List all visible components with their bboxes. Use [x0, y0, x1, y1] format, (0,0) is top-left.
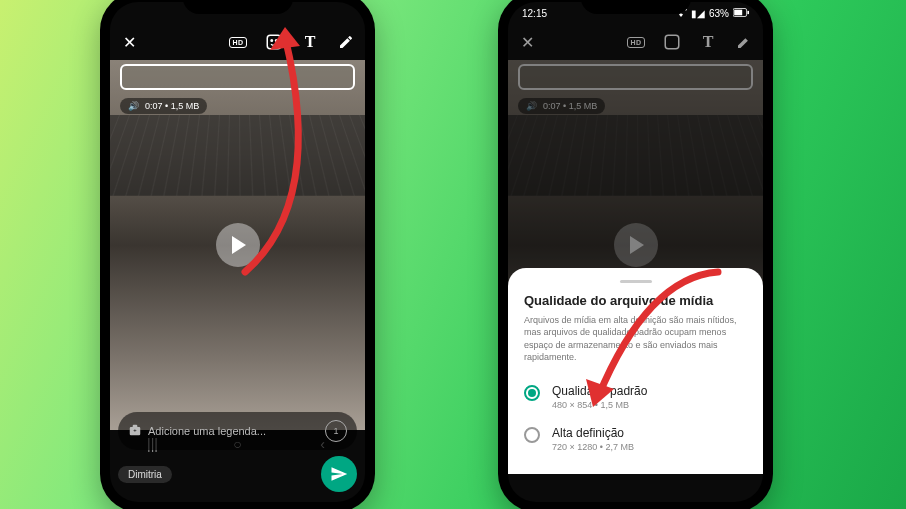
- sticker-icon[interactable]: [263, 31, 285, 53]
- battery-text: 63%: [709, 8, 729, 19]
- sticker-icon[interactable]: [661, 31, 683, 53]
- radio-icon-selected: [524, 385, 540, 401]
- option-sub: 720 × 1280 • 2,7 MB: [552, 442, 634, 452]
- radio-icon: [524, 427, 540, 443]
- caption-input[interactable]: + Adicione uma legenda... 1: [118, 412, 357, 450]
- draw-icon[interactable]: [733, 31, 755, 53]
- send-button[interactable]: [321, 456, 357, 492]
- status-time: 12:15: [522, 8, 547, 19]
- battery-icon: [733, 8, 749, 19]
- sheet-handle[interactable]: [620, 280, 652, 283]
- text-icon[interactable]: T: [697, 31, 719, 53]
- editor-topbar: ✕ HD T: [508, 24, 763, 60]
- phone-notch: [183, 0, 293, 14]
- play-icon: [232, 236, 246, 254]
- add-media-icon[interactable]: +: [128, 423, 142, 439]
- video-meta-text: 0:07 • 1,5 MB: [543, 101, 597, 111]
- svg-point-2: [276, 40, 278, 42]
- option-label: Qualidade padrão: [552, 384, 647, 398]
- video-trim-bar[interactable]: [120, 64, 355, 90]
- svg-text:+: +: [133, 427, 137, 433]
- video-meta-pill: 🔊 0:07 • 1,5 MB: [120, 98, 207, 114]
- quality-option-hd[interactable]: Alta definição 720 × 1280 • 2,7 MB: [524, 418, 747, 460]
- speaker-icon: 🔊: [526, 101, 537, 111]
- svg-rect-0: [267, 35, 281, 49]
- video-content-hint: [110, 115, 365, 196]
- recipient-chip[interactable]: Dimitria: [118, 466, 172, 483]
- sheet-description: Arquivos de mídia em alta definição são …: [524, 314, 747, 364]
- speaker-icon[interactable]: 🔊: [128, 101, 139, 111]
- bottom-compose-area: + Adicione uma legenda... 1 Dimitria: [110, 406, 365, 502]
- hd-quality-button[interactable]: HD: [227, 31, 249, 53]
- video-meta-pill: 🔊 0:07 • 1,5 MB: [518, 98, 605, 114]
- video-preview[interactable]: 🔊 0:07 • 1,5 MB: [110, 60, 365, 430]
- hd-quality-button[interactable]: HD: [625, 31, 647, 53]
- option-label: Alta definição: [552, 426, 634, 440]
- video-content-hint: [508, 115, 763, 196]
- close-icon[interactable]: ✕: [118, 31, 140, 53]
- svg-rect-6: [747, 10, 749, 13]
- caption-placeholder: Adicione uma legenda...: [148, 425, 266, 437]
- quality-bottom-sheet: Qualidade do arquivo de mídia Arquivos d…: [508, 268, 763, 474]
- phone-frame-right: 12:15 ▮◢ 63% ✕ HD T: [498, 0, 773, 509]
- sheet-title: Qualidade do arquivo de mídia: [524, 293, 747, 308]
- phone-notch: [581, 0, 691, 14]
- quality-option-standard[interactable]: Qualidade padrão 480 × 854 • 1,5 MB: [524, 376, 747, 418]
- play-button: [614, 223, 658, 267]
- signal-icon: ▮◢: [691, 8, 705, 19]
- play-icon: [630, 236, 644, 254]
- svg-rect-7: [665, 35, 679, 49]
- text-icon[interactable]: T: [299, 31, 321, 53]
- svg-point-1: [271, 40, 273, 42]
- option-sub: 480 × 854 • 1,5 MB: [552, 400, 647, 410]
- phone-frame-left: ✕ HD T 🔊 0:07 • 1,5 MB: [100, 0, 375, 509]
- video-trim-bar: [518, 64, 753, 90]
- close-icon[interactable]: ✕: [516, 31, 538, 53]
- screen-left: ✕ HD T 🔊 0:07 • 1,5 MB: [110, 2, 365, 502]
- view-once-button[interactable]: 1: [325, 420, 347, 442]
- video-meta-text: 0:07 • 1,5 MB: [145, 101, 199, 111]
- screen-right: 12:15 ▮◢ 63% ✕ HD T: [508, 2, 763, 502]
- play-button[interactable]: [216, 223, 260, 267]
- editor-topbar: ✕ HD T: [110, 24, 365, 60]
- draw-icon[interactable]: [335, 31, 357, 53]
- svg-rect-5: [734, 9, 742, 15]
